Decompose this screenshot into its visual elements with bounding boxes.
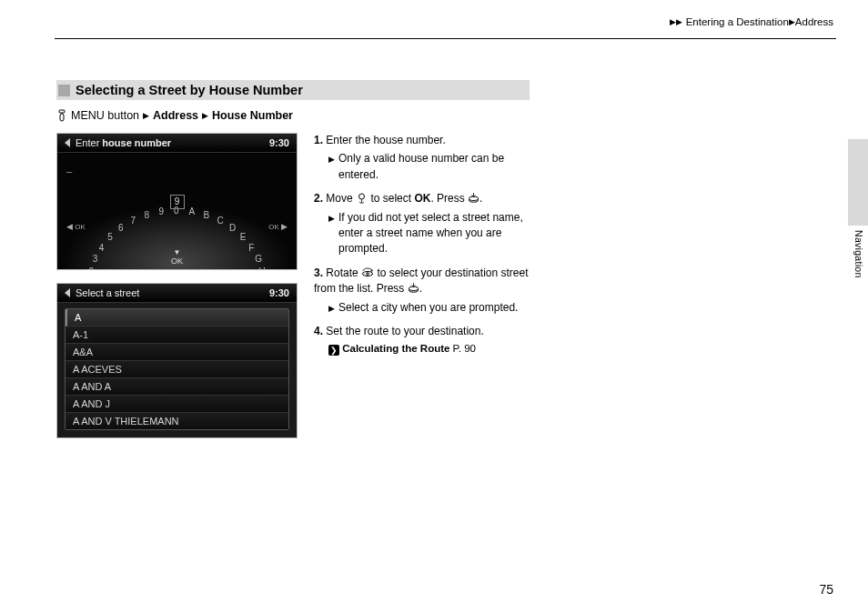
path-step2: House Number <box>212 109 293 122</box>
breadcrumb: Entering a DestinationAddress <box>670 16 833 27</box>
sub-arrow-icon <box>328 303 335 316</box>
street-row: A&A <box>66 344 288 361</box>
arc-char: 3 <box>93 254 98 264</box>
screen-titlebar: Enter house number 9:30 <box>57 134 297 153</box>
arc-char: B <box>203 210 209 220</box>
breadcrumb-arrow-icon <box>676 17 682 26</box>
screen2-body: AA-1A&AA ACEVESA AND AA AND JA AND V THI… <box>57 303 297 437</box>
side-tab-label: Navigation <box>853 230 864 278</box>
reference-icon: ❯ <box>328 345 339 356</box>
street-row: A ACEVES <box>66 361 288 378</box>
path-step1: Address <box>153 109 198 122</box>
device-screen-enter-number: Enter house number 9:30 _ 1234567890ABCD… <box>56 133 298 270</box>
arc-char: 2 <box>88 266 94 269</box>
screen-titlebar: Select a street 9:30 <box>57 284 297 303</box>
clock-label: 9:30 <box>269 137 289 148</box>
screenshots-column: Enter house number 9:30 _ 1234567890ABCD… <box>56 133 298 438</box>
street-list: AA-1A&AA ACEVESA AND AA AND JA AND V THI… <box>65 308 289 430</box>
ok-right-label: OK ▶ <box>268 222 288 231</box>
back-arrow-icon <box>65 288 70 297</box>
path-arrow-icon <box>143 111 149 120</box>
arc-char: A <box>188 206 195 216</box>
arc-char: E <box>240 232 247 242</box>
screen1-body: _ 1234567890ABCDEFGHI 9 ◀ OK OK ▶ ▼OK <box>57 153 297 269</box>
arc-char: D <box>229 223 236 233</box>
arc-highlight-box: 9 <box>170 195 185 209</box>
street-row: A AND A <box>66 378 288 396</box>
step-3: 3. Rotate to select your destination str… <box>314 266 532 316</box>
sub-arrow-icon <box>328 154 335 183</box>
svg-rect-0 <box>59 110 65 113</box>
arc-char: 5 <box>107 232 113 242</box>
device-screen-select-street: Select a street 9:30 AA-1A&AA ACEVESA AN… <box>56 283 298 438</box>
page-number: 75 <box>819 582 833 597</box>
cross-reference: ❯ Calculating the Route P. 90 <box>328 341 532 357</box>
arc-char: 6 <box>118 223 124 233</box>
clock-label: 9:30 <box>269 287 289 298</box>
ok-left-label: ◀ OK <box>66 222 86 231</box>
menu-button-icon <box>56 109 67 122</box>
section-title: Selecting a Street by House Number <box>76 83 303 97</box>
back-arrow-icon <box>65 138 70 147</box>
arc-char: 8 <box>145 210 150 220</box>
press-button-icon <box>468 192 479 204</box>
arc-char: 4 <box>99 243 105 253</box>
arc-char: F <box>248 243 254 253</box>
street-row: A <box>66 309 288 327</box>
svg-rect-1 <box>60 114 64 121</box>
street-row: A-1 <box>66 327 288 344</box>
menu-path: MENU button Address House Number <box>56 109 821 122</box>
street-row: A AND V THIELEMANN <box>66 413 288 429</box>
section-heading: Selecting a Street by House Number <box>56 80 530 100</box>
instruction-steps: 1. Enter the house number. Only a valid … <box>314 133 532 365</box>
breadcrumb-part2: Address <box>795 16 833 27</box>
joystick-move-icon <box>356 192 368 204</box>
press-button-icon <box>408 282 419 294</box>
rotate-dial-icon <box>361 266 374 278</box>
arc-char: C <box>217 216 224 226</box>
header-divider <box>55 38 836 39</box>
screen2-title: Select a street <box>76 287 139 298</box>
breadcrumb-arrow-icon <box>789 17 795 26</box>
step-1: 1. Enter the house number. Only a valid … <box>314 133 532 183</box>
arc-char: 9 <box>159 206 165 216</box>
street-row: A AND J <box>66 396 288 413</box>
arc-char: G <box>255 254 262 264</box>
svg-point-2 <box>359 194 365 199</box>
menu-label: MENU button <box>71 109 139 122</box>
side-tab <box>848 139 868 226</box>
svg-point-6 <box>367 272 369 275</box>
breadcrumb-part1: Entering a Destination <box>686 16 789 27</box>
ok-bottom-label: ▼OK <box>157 247 197 266</box>
step-2: 2. Move to select OK. Press . If you did… <box>314 191 532 257</box>
path-arrow-icon <box>202 111 208 120</box>
section-square-icon <box>58 85 70 96</box>
page-content: Selecting a Street by House Number MENU … <box>56 80 821 438</box>
arc-char: 7 <box>131 216 136 226</box>
sub-arrow-icon <box>328 213 335 257</box>
arc-char: H <box>259 266 266 269</box>
step-4: 4. Set the route to your destination. ❯ … <box>314 324 532 357</box>
screen1-title: Enter house number <box>76 137 171 148</box>
